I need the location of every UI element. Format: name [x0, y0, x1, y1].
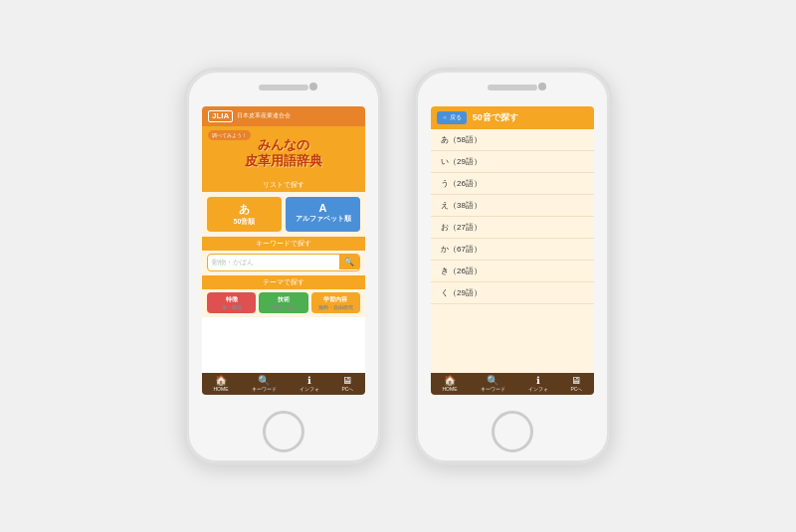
theme-btn-tech[interactable]: 技術 仕事・文化 — [259, 292, 307, 313]
search-nav-icon: 🔍 — [258, 376, 270, 386]
theme-btn-study[interactable]: 学習内容 無料・自由研究 — [311, 292, 360, 313]
camera — [309, 83, 317, 90]
right-search-icon: 🔍 — [487, 376, 498, 386]
right-header-title: 50音で探す — [473, 111, 518, 124]
theme-section: 特徴 革・製品 技術 仕事・文化 学習内容 無料・自由研究 — [202, 289, 365, 317]
try-label: 調べてみよう！ — [208, 130, 251, 140]
keyword-section: 動物・かばん 🔍 — [202, 251, 365, 275]
kana-list-item[interactable]: う（26語） — [431, 173, 594, 195]
btn-50sound-label: 50音順 — [234, 218, 256, 225]
right-pc-icon: 🖥 — [571, 376, 581, 386]
banner-title-line2: 皮革用語辞典 — [245, 153, 322, 169]
pc-icon: 🖥 — [342, 376, 352, 386]
kana-list: あ（58語）い（29語）う（26語）え（38語）お（27語）か（67語）き（26… — [431, 129, 594, 373]
list-section-label: リストで探す — [202, 178, 365, 192]
nav-keyword[interactable]: 🔍 キーワード — [252, 376, 277, 392]
theme-buttons: 特徴 革・製品 技術 仕事・文化 学習内容 無料・自由研究 — [207, 292, 360, 313]
kana-list-item[interactable]: い（29語） — [431, 151, 594, 173]
btn-50sound[interactable]: あ 50音順 — [207, 197, 282, 232]
right-bottom-nav: 🏠 HOME 🔍 キーワード ℹ インフォ 🖥 PCへ — [431, 373, 594, 395]
left-header: JLIA 日本皮革産業連合会 — [202, 106, 365, 126]
jlia-logo: JLIA — [208, 110, 233, 122]
left-bottom-nav: 🏠 HOME 🔍 キーワード ℹ インフォ 🖥 PCへ — [202, 373, 365, 395]
right-home-icon: 🏠 — [444, 376, 456, 386]
banner: 調べてみよう！ みんなの 皮革用語辞典 — [202, 126, 365, 178]
theme-section-label: テーマで探す — [202, 275, 365, 289]
right-screen: ＜ 戻る 50音で探す あ（58語）い（29語）う（26語）え（38語）お（27… — [431, 106, 594, 395]
btn-alpha[interactable]: A アルファベット順 — [286, 197, 360, 232]
right-nav-keyword[interactable]: 🔍 キーワード — [481, 376, 505, 392]
right-header: ＜ 戻る 50音で探す — [431, 106, 594, 129]
kana-list-item[interactable]: き（26語） — [431, 261, 594, 282]
right-nav-pc[interactable]: 🖥 PCへ — [571, 376, 583, 392]
btn-50sound-big: あ — [210, 202, 279, 217]
kana-list-item[interactable]: く（29語） — [431, 282, 594, 304]
right-phone: ＜ 戻る 50音で探す あ（58語）い（29語）う（26語）え（38語）お（27… — [413, 68, 612, 465]
nav-home[interactable]: 🏠 HOME — [214, 376, 229, 392]
left-phone: JLIA 日本皮革産業連合会 調べてみよう！ みんなの 皮革用語辞典 リストで探… — [184, 68, 383, 465]
keyword-section-label: キーワードで探す — [202, 237, 365, 251]
kana-list-item[interactable]: え（38語） — [431, 195, 594, 217]
kana-list-item[interactable]: か（67語） — [431, 239, 594, 261]
kana-list-item[interactable]: あ（58語） — [431, 129, 594, 151]
kana-list-item[interactable]: お（27語） — [431, 217, 594, 239]
search-icon[interactable]: 🔍 — [339, 255, 359, 269]
right-nav-info[interactable]: ℹ インフォ — [528, 376, 548, 392]
right-nav-home[interactable]: 🏠 HOME — [443, 376, 458, 392]
right-info-icon: ℹ — [536, 376, 540, 386]
theme-btn-special[interactable]: 特徴 革・製品 — [207, 292, 256, 313]
banner-title-line1: みんなの — [245, 137, 322, 153]
back-button[interactable]: ＜ 戻る — [437, 111, 467, 124]
list-buttons: あ 50音順 A アルファベット順 — [202, 192, 365, 237]
nav-pc[interactable]: 🖥 PCへ — [342, 376, 354, 392]
nav-info[interactable]: ℹ インフォ — [299, 376, 319, 392]
search-box[interactable]: 動物・かばん 🔍 — [207, 254, 360, 271]
right-camera — [538, 83, 546, 90]
left-screen: JLIA 日本皮革産業連合会 調べてみよう！ みんなの 皮革用語辞典 リストで探… — [202, 106, 365, 395]
btn-alpha-big: A — [289, 202, 357, 214]
search-input[interactable]: 動物・かばん — [208, 255, 339, 270]
info-icon: ℹ — [307, 376, 311, 386]
scene: JLIA 日本皮革産業連合会 調べてみよう！ みんなの 皮革用語辞典 リストで探… — [184, 68, 612, 465]
home-icon: 🏠 — [215, 376, 227, 386]
org-name: 日本皮革産業連合会 — [237, 111, 291, 120]
btn-alpha-label: アルファベット順 — [296, 215, 351, 222]
